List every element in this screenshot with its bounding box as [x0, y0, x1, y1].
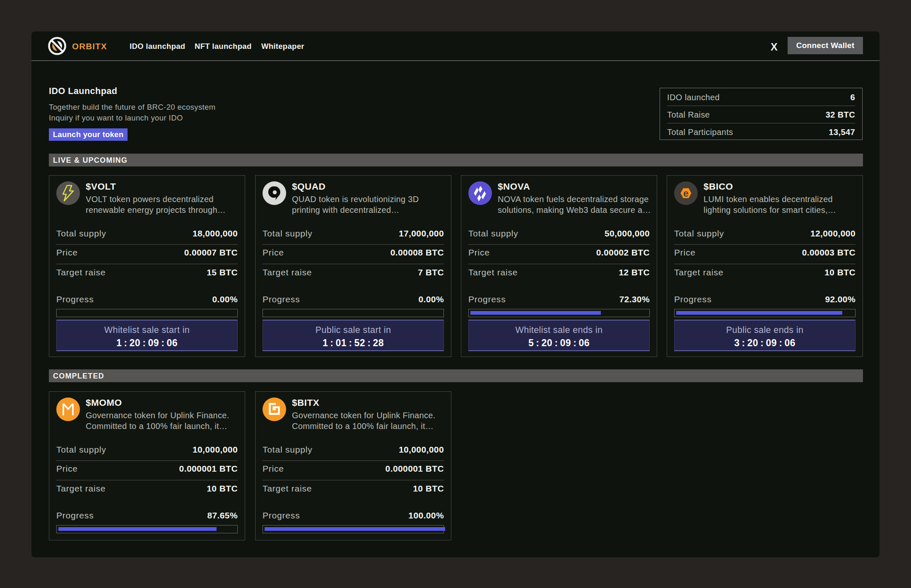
- svg-text:e: e: [683, 188, 689, 199]
